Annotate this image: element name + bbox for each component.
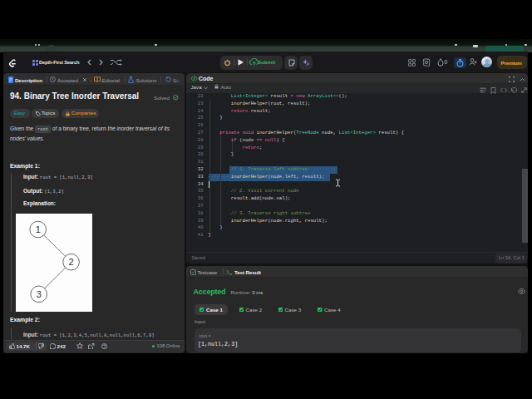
svg-text:2: 2 — [68, 257, 73, 267]
svg-text:1: 1 — [35, 224, 40, 234]
svg-text:3: 3 — [36, 289, 41, 299]
